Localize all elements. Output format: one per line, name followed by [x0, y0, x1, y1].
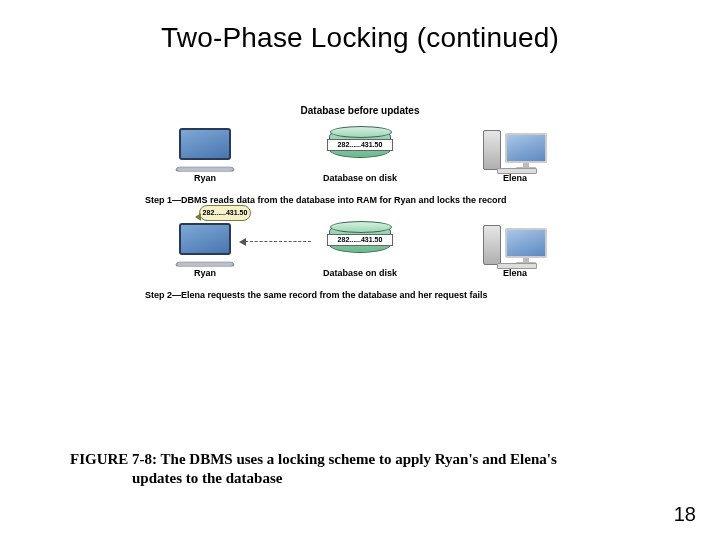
ryan-label: Ryan [194, 173, 216, 183]
laptop-icon [170, 223, 240, 265]
database-disk-icon: 282......431.50 [320, 128, 400, 170]
ryan-label-1: Ryan [194, 268, 216, 278]
page-number: 18 [674, 503, 696, 526]
row-step1: 282......431.50 Ryan 282......431.50 Dat… [145, 217, 575, 278]
caption-line1: FIGURE 7-8: The DBMS uses a locking sche… [70, 451, 557, 467]
ryan-col-1: 282......431.50 Ryan [145, 223, 265, 278]
figure-caption: FIGURE 7-8: The DBMS uses a locking sche… [70, 450, 650, 488]
db-label-0: Database on disk [323, 173, 397, 183]
db-col-0: 282......431.50 Database on disk [300, 128, 420, 183]
disk-value-0: 282......431.50 [327, 139, 393, 151]
step2-label: Step 2—Elena requests the same record fr… [145, 290, 575, 300]
disk-value-1: 282......431.50 [327, 234, 393, 246]
ram-bubble-ryan: 282......431.50 [199, 205, 251, 221]
figure-diagram: Database before updates Ryan 282......43… [145, 105, 575, 306]
desktop-icon [471, 217, 559, 265]
step1-label: Step 1—DBMS reads data from the database… [145, 195, 575, 205]
database-disk-icon: 282......431.50 [320, 223, 400, 265]
slide-title: Two-Phase Locking (continued) [0, 0, 720, 54]
elena-label: Elena [503, 173, 527, 183]
elena-col-1: Elena [455, 217, 575, 278]
elena-label-1: Elena [503, 268, 527, 278]
laptop-icon [170, 128, 240, 170]
ryan-col-0: Ryan [145, 128, 265, 183]
db-col-1: 282......431.50 Database on disk [300, 223, 420, 278]
row-before-updates: Ryan 282......431.50 Database on disk El… [145, 122, 575, 183]
elena-col-0: Elena [455, 122, 575, 183]
desktop-icon [471, 122, 559, 170]
header-before-updates: Database before updates [145, 105, 575, 116]
caption-line2: updates to the database [70, 469, 650, 488]
db-label-1: Database on disk [323, 268, 397, 278]
